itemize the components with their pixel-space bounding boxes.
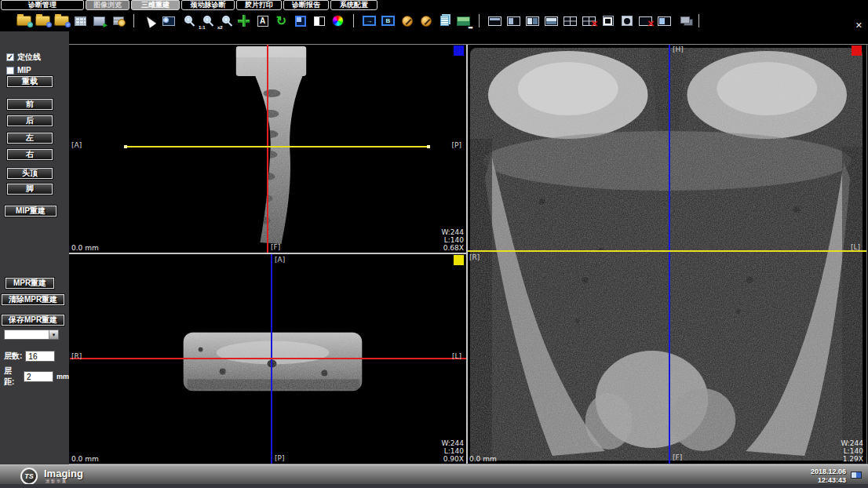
date-display: 2018.12.06	[811, 468, 846, 476]
statusbar-bottom-strip	[0, 484, 868, 488]
open-study-folder-icon[interactable]	[16, 13, 32, 29]
zoom-2x-icon[interactable]: x2	[217, 13, 233, 29]
brand-name: Imaging	[44, 468, 83, 479]
tab-image-browse[interactable]: 图像浏览	[86, 0, 129, 10]
sagittal-view-pane[interactable]: [H] [A] [P] [F] 0.0 mm W:244 L:140 0.68X	[70, 45, 466, 253]
annotation-text-icon[interactable]	[254, 13, 271, 29]
orientation-marker-right: [L]	[452, 352, 461, 360]
dropdown-value	[5, 330, 49, 339]
measure-angle-icon[interactable]	[418, 13, 434, 29]
crosshair-horizontal[interactable]	[126, 146, 429, 147]
report-document-icon[interactable]	[436, 13, 453, 29]
mip-checkbox[interactable]: MIP	[6, 66, 31, 75]
layout-compare-icon[interactable]	[656, 13, 673, 29]
save-image-icon[interactable]	[455, 13, 472, 29]
cascade-windows-icon[interactable]	[675, 13, 691, 29]
active-indicator	[454, 46, 464, 56]
dicom-grid-icon[interactable]	[72, 13, 89, 29]
tab-film-print[interactable]: 胶片打印	[236, 0, 282, 10]
head-button[interactable]: 头顶	[7, 168, 53, 179]
pan-move-icon[interactable]	[235, 13, 252, 29]
window-link-icon[interactable]	[361, 13, 377, 29]
image-export-icon[interactable]	[91, 13, 108, 29]
layout-single-icon[interactable]	[487, 13, 503, 29]
crosshair-horizontal[interactable]	[468, 250, 866, 252]
layout-2x2-icon[interactable]	[562, 13, 578, 29]
tab-diagnosis-management[interactable]: 诊断管理	[1, 0, 84, 10]
active-indicator	[852, 46, 862, 56]
window-level-contrast-icon[interactable]	[311, 13, 327, 29]
toolbar-separator	[698, 14, 699, 27]
shape-square-icon[interactable]	[600, 13, 616, 29]
spacing-input[interactable]	[24, 371, 53, 382]
pane-border-right	[866, 45, 867, 464]
pointer-icon[interactable]	[141, 13, 158, 29]
layout-close-icon[interactable]	[581, 13, 597, 29]
crosshair-horizontal[interactable]	[70, 358, 466, 359]
checkbox-checked-icon	[6, 53, 14, 61]
coronal-view-pane[interactable]: [H] [R] [L] [F] 0.0 mm W:244 L:140 1.29X	[468, 45, 866, 464]
open-series-folder-icon[interactable]	[35, 13, 51, 29]
toolbar-separator	[479, 14, 480, 27]
layout-2row-icon[interactable]	[543, 13, 560, 29]
active-indicator	[454, 255, 464, 265]
crosshair-handle-right[interactable]	[427, 145, 430, 148]
window-width: W:244	[441, 439, 464, 447]
close-icon[interactable]: ✕	[855, 20, 863, 31]
tab-system-config[interactable]: 系统配置	[330, 0, 377, 10]
locator-line-checkbox[interactable]: 定位线	[6, 52, 41, 63]
window-batch-icon[interactable]	[380, 13, 396, 29]
reload-button[interactable]: 重载	[7, 76, 53, 87]
crosshair-vertical[interactable]	[669, 45, 670, 464]
foot-button[interactable]: 脚	[7, 184, 53, 195]
window-level-readout: W:244 L:140 0.68X	[441, 228, 464, 252]
mip-rebuild-button[interactable]: MIP重建	[5, 206, 57, 217]
zoom-magnifier-icon[interactable]	[179, 13, 195, 29]
orientation-marker-top: [H]	[673, 46, 684, 53]
locator-line-label: 定位线	[17, 52, 41, 63]
zoom-factor: 0.68X	[441, 244, 464, 252]
status-bar: TS Imaging 清影华康 2018.12.06 12:43:43	[0, 464, 868, 488]
layers-input[interactable]	[25, 351, 55, 362]
clear-mpr-button[interactable]: 清除MPR重建	[2, 294, 64, 305]
tab-carotid-diagnosis[interactable]: 颈动脉诊断	[181, 0, 235, 10]
archive-clock-icon[interactable]	[110, 13, 126, 29]
orientation-marker-left: [R]	[71, 352, 82, 360]
menu-bar: 诊断管理 图像浏览 三维重建 颈动脉诊断 胶片打印 诊断报告 系统配置	[0, 0, 868, 10]
window-width: W:244	[441, 228, 464, 236]
color-palette-icon[interactable]	[330, 13, 346, 29]
display-image-icon[interactable]	[160, 13, 177, 29]
right-button[interactable]: 右	[7, 149, 53, 160]
tab-diagnosis-report[interactable]: 诊断报告	[283, 0, 329, 10]
mpr-rebuild-button[interactable]: MPR重建	[5, 278, 54, 289]
close-series-icon[interactable]	[637, 13, 654, 29]
save-mpr-button[interactable]: 保存MPR重建	[2, 315, 64, 326]
window-level: L:140	[441, 236, 464, 244]
brand-subtitle: 清影华康	[46, 479, 67, 483]
open-patient-folder-icon[interactable]	[53, 13, 70, 29]
window-width: W:244	[841, 439, 863, 447]
tab-3d-reconstruction[interactable]: 三维重建	[131, 0, 180, 10]
layers-field-row: 层数:	[4, 351, 55, 362]
crosshair-vertical[interactable]	[267, 45, 268, 253]
refresh-reset-icon[interactable]	[273, 13, 290, 29]
checkbox-unchecked-icon	[6, 67, 14, 75]
spacing-field-row: 层距: mm	[4, 366, 69, 388]
fit-screen-icon[interactable]	[292, 13, 308, 29]
crosshair-handle-left[interactable]	[124, 145, 127, 148]
shape-circle-icon[interactable]	[618, 13, 635, 29]
distance-readout: 0.0 mm	[71, 244, 99, 252]
axial-view-pane[interactable]: [A] [R] [L] [P] 0.0 mm W:244 L:140 0.90X	[70, 254, 466, 464]
toolbar-separator	[133, 14, 134, 27]
mpr-series-dropdown[interactable]: ▼	[4, 330, 59, 340]
zoom-region-icon[interactable]: 1:1	[198, 13, 214, 29]
layout-split-icon[interactable]	[505, 13, 522, 29]
left-button[interactable]: 左	[7, 133, 53, 144]
toolbar: 1:1 x2	[0, 10, 868, 31]
front-button[interactable]: 前	[7, 99, 53, 110]
spacing-label: 层距:	[4, 366, 20, 388]
sidebar: 定位线 MIP 重载 前 后 左 右 头顶 脚 MIP重建 MPR重建 清除MP…	[0, 31, 69, 464]
back-button[interactable]: 后	[7, 115, 53, 126]
layout-2col-icon[interactable]	[524, 13, 541, 29]
measure-pencil-icon[interactable]	[399, 13, 415, 29]
